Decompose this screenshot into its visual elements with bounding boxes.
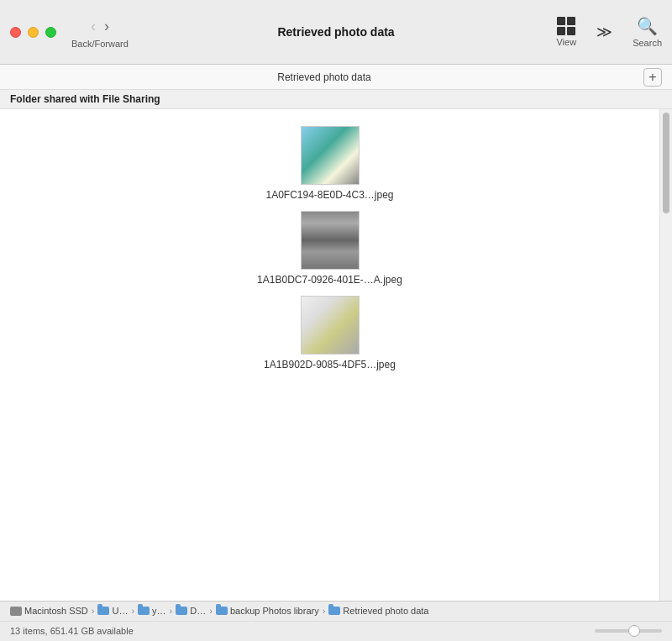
thumbnail-image	[302, 127, 359, 184]
path-label: y…	[152, 606, 166, 616]
view-icon	[557, 17, 575, 35]
main-content: 1A0FC194-8E0D-4C3…jpeg 1A1B0DC7-0926-401…	[0, 109, 672, 601]
info-bar: 13 items, 651.41 GB available	[0, 622, 672, 641]
nav-arrows: ‹ ›	[87, 16, 113, 37]
hard-drive-icon	[10, 607, 22, 616]
path-label: U…	[112, 606, 128, 616]
folder-icon	[97, 607, 109, 615]
close-button[interactable]	[10, 27, 21, 38]
back-button[interactable]: ‹	[87, 16, 100, 37]
folder-header: Folder shared with File Sharing	[0, 90, 672, 109]
file-list: 1A0FC194-8E0D-4C3…jpeg 1A1B0DC7-0926-401…	[0, 109, 659, 601]
forward-button[interactable]: ›	[100, 16, 113, 37]
list-item[interactable]: 1A1B0DC7-0926-401E-…A.jpeg	[246, 211, 414, 287]
path-label: D…	[190, 606, 206, 616]
file-name: 1A1B902D-9085-4DF5…jpeg	[264, 358, 396, 372]
path-label: backup Photos library	[230, 606, 319, 616]
search-icon: 🔍	[637, 16, 658, 36]
path-segment: Macintosh SSD	[10, 606, 88, 616]
size-slider[interactable]	[595, 629, 662, 633]
view-button[interactable]: View	[556, 17, 576, 47]
path-label: Macintosh SSD	[24, 606, 88, 616]
path-bar: Macintosh SSD › U… › y… › D… › backup Ph…	[0, 602, 672, 622]
breadcrumb-title: Retrieved photo data	[10, 71, 638, 83]
toolbar-right: View ≫ 🔍 Search	[556, 16, 662, 48]
path-label: Retrieved photo data	[343, 606, 428, 616]
path-segment: U…	[97, 606, 128, 616]
file-name: 1A0FC194-8E0D-4C3…jpeg	[265, 188, 393, 202]
file-thumbnail	[301, 296, 360, 355]
path-segment: backup Photos library	[216, 606, 319, 616]
maximize-button[interactable]	[45, 27, 56, 38]
list-item[interactable]: 1A1B902D-9085-4DF5…jpeg	[246, 296, 414, 372]
list-item[interactable]: 1A0FC194-8E0D-4C3…jpeg	[246, 126, 414, 202]
path-segment: y…	[138, 606, 166, 616]
add-button[interactable]: +	[643, 68, 662, 87]
item-count: 13 items, 651.41 GB available	[10, 626, 134, 636]
scrollbar-track[interactable]	[659, 109, 672, 601]
file-thumbnail	[301, 211, 360, 270]
path-segment: Retrieved photo data	[328, 606, 428, 616]
minimize-button[interactable]	[28, 27, 39, 38]
thumbnail-image	[302, 297, 359, 354]
view-label: View	[556, 37, 576, 47]
folder-icon	[176, 607, 187, 615]
skip-forward-icon: ≫	[596, 23, 612, 41]
titlebar: ‹ › Back/Forward Retrieved photo data Vi…	[0, 0, 672, 65]
window-title: Retrieved photo data	[277, 25, 394, 39]
search-label: Search	[633, 38, 662, 48]
folder-icon	[138, 607, 150, 615]
search-button[interactable]: 🔍 Search	[633, 16, 662, 48]
file-name: 1A1B0DC7-0926-401E-…A.jpeg	[257, 273, 402, 287]
folder-icon	[328, 607, 340, 615]
traffic-lights	[10, 27, 56, 38]
breadcrumb-bar: Retrieved photo data +	[0, 65, 672, 90]
thumbnail-image	[302, 212, 359, 269]
statusbar: Macintosh SSD › U… › y… › D… › backup Ph…	[0, 601, 672, 641]
nav-label: Back/Forward	[71, 39, 129, 49]
folder-icon	[216, 607, 228, 615]
path-segment: D…	[176, 606, 206, 616]
file-thumbnail	[301, 126, 360, 185]
titlebar-center: Retrieved photo data	[277, 25, 394, 39]
scrollbar-thumb[interactable]	[663, 113, 669, 213]
skip-forward-button[interactable]: ≫	[596, 23, 612, 41]
slider-container	[595, 629, 662, 633]
